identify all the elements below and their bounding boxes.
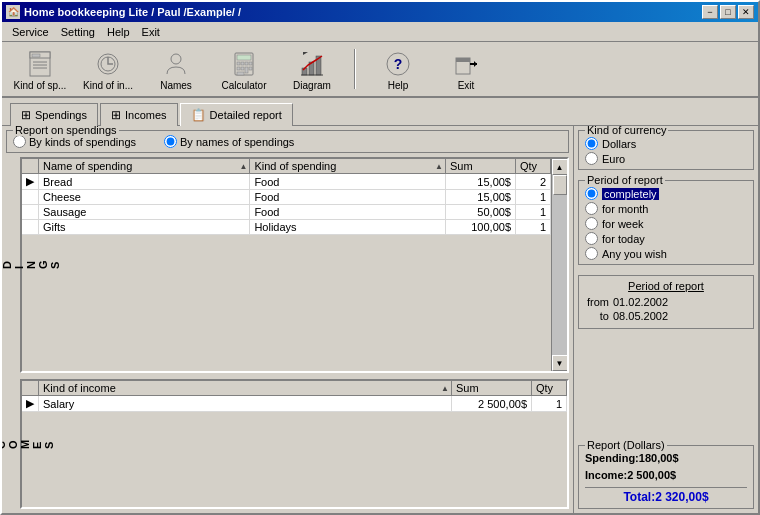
income-row-sum: 2 500,00$ <box>452 396 532 412</box>
table-row[interactable]: ▶ Salary 2 500,00$ 1 <box>22 396 567 412</box>
tab-incomes[interactable]: ⊞ Incomes <box>100 103 178 126</box>
currency-dollars-label: Dollars <box>602 138 636 150</box>
period-any-label: Any you wish <box>602 248 667 260</box>
spendings-table: Name of spending▲ Kind of spending▲ Sum … <box>22 159 551 235</box>
radio-by-kinds-input[interactable] <box>13 135 26 148</box>
row-name: Bread <box>39 174 250 190</box>
radio-by-kinds[interactable]: By kinds of spendings <box>13 135 136 148</box>
table-row[interactable]: Gifts Holidays 100,00$ 1 <box>22 220 551 235</box>
spendings-tab-icon: ⊞ <box>21 108 31 122</box>
toolbar-kind-in-button[interactable]: Kind of in... <box>78 46 138 93</box>
period-month-option[interactable]: for month <box>585 202 747 215</box>
period-month-radio[interactable] <box>585 202 598 215</box>
col-arrow-header <box>22 159 39 174</box>
table-row[interactable]: ▶ Bread Food 15,00$ 2 <box>22 174 551 190</box>
menu-service[interactable]: Service <box>6 24 55 40</box>
toolbar-kind-sp-button[interactable]: Kind of sp... <box>10 46 70 93</box>
close-button[interactable]: ✕ <box>738 5 754 19</box>
income-col-kind-header: Kind of income▲ <box>39 381 452 396</box>
toolbar-calculator-button[interactable]: Calculator <box>214 46 274 93</box>
scroll-down-arrow[interactable]: ▼ <box>552 355 568 371</box>
tab-spendings[interactable]: ⊞ Spendings <box>10 103 98 126</box>
period-completely-radio[interactable] <box>585 187 598 200</box>
period-today-radio[interactable] <box>585 232 598 245</box>
period-today-option[interactable]: for today <box>585 232 747 245</box>
svg-rect-11 <box>237 62 240 65</box>
period-completely-option[interactable]: completely <box>585 187 747 200</box>
table-row[interactable]: Cheese Food 15,00$ 1 <box>22 190 551 205</box>
toolbar-separator <box>354 49 356 89</box>
menu-exit[interactable]: Exit <box>136 24 166 40</box>
report-group-title: Report on spendings <box>13 126 119 136</box>
period-completely-label: completely <box>602 188 659 200</box>
row-qty: 2 <box>516 174 551 190</box>
kind-sp-icon <box>24 48 56 80</box>
income-col-qty-header: Qty <box>532 381 567 396</box>
row-arrow: ▶ <box>22 174 39 190</box>
minimize-button[interactable]: − <box>702 5 718 19</box>
total-value: 2 320,00$ <box>655 490 708 504</box>
exit-icon <box>450 48 482 80</box>
tab-bar: ⊞ Spendings ⊞ Incomes 📋 Detailed report <box>2 98 758 125</box>
radio-by-names[interactable]: By names of spendings <box>164 135 294 148</box>
col-name-header: Name of spending▲ <box>39 159 250 174</box>
total-label: Total: <box>623 490 655 504</box>
period-week-option[interactable]: for week <box>585 217 747 230</box>
spendings-tab-label: Spendings <box>35 109 87 121</box>
pendings-label: PENDINGS <box>6 157 20 373</box>
period-any-option[interactable]: Any you wish <box>585 247 747 260</box>
income-row-qty: 1 <box>532 396 567 412</box>
svg-rect-18 <box>249 67 252 70</box>
svg-rect-16 <box>245 67 248 73</box>
period-week-label: for week <box>602 218 644 230</box>
col-sum-header: Sum <box>446 159 516 174</box>
toolbar-names-button[interactable]: Names <box>146 46 206 93</box>
tab-detailed-report[interactable]: 📋 Detailed report <box>180 103 293 126</box>
radio-by-names-input[interactable] <box>164 135 177 148</box>
calculator-label: Calculator <box>221 80 266 91</box>
radio-by-kinds-label: By kinds of spendings <box>29 136 136 148</box>
svg-marker-30 <box>474 61 477 67</box>
title-bar: 🏠 Home bookkeeping Lite / Paul /Example/… <box>2 2 758 22</box>
currency-euro-option[interactable]: Euro <box>585 152 747 165</box>
scroll-thumb[interactable] <box>553 175 567 195</box>
svg-rect-12 <box>241 62 244 65</box>
toolbar-help-button[interactable]: ? Help <box>368 46 428 93</box>
scroll-track[interactable] <box>552 175 567 355</box>
toolbar-diagram-button[interactable]: Diagram <box>282 46 342 93</box>
currency-dollars-radio[interactable] <box>585 137 598 150</box>
detailed-report-tab-icon: 📋 <box>191 108 206 122</box>
row-kind: Food <box>250 190 446 205</box>
currency-euro-radio[interactable] <box>585 152 598 165</box>
toolbar: Kind of sp... Kind of in... Names <box>2 42 758 98</box>
scroll-up-arrow[interactable]: ▲ <box>552 159 568 175</box>
diagram-label: Diagram <box>293 80 331 91</box>
help-label: Help <box>388 80 409 91</box>
kind-in-icon <box>92 48 124 80</box>
incomes-tab-label: Incomes <box>125 109 167 121</box>
period-options-title: Period of report <box>585 174 665 186</box>
income-value: 2 500,00$ <box>627 469 676 481</box>
svg-rect-2 <box>32 54 40 57</box>
menu-help[interactable]: Help <box>101 24 136 40</box>
toolbar-exit-button[interactable]: Exit <box>436 46 496 93</box>
menu-setting[interactable]: Setting <box>55 24 101 40</box>
menu-bar: Service Setting Help Exit <box>2 22 758 42</box>
row-kind: Holidays <box>250 220 446 235</box>
names-icon <box>160 48 192 80</box>
report-options-group: Report on spendings By kinds of spending… <box>6 130 569 153</box>
period-week-radio[interactable] <box>585 217 598 230</box>
currency-group: Kind of currency Dollars Euro <box>578 130 754 170</box>
table-row[interactable]: Sausage Food 50,00$ 1 <box>22 205 551 220</box>
maximize-button[interactable]: □ <box>720 5 736 19</box>
exit-label: Exit <box>458 80 475 91</box>
row-arrow <box>22 205 39 220</box>
period-from-row: from 01.02.2002 <box>585 296 747 308</box>
row-name: Gifts <box>39 220 250 235</box>
left-panel: Report on spendings By kinds of spending… <box>2 126 573 513</box>
spendings-scrollbar[interactable]: ▲ ▼ <box>551 159 567 371</box>
currency-dollars-option[interactable]: Dollars <box>585 137 747 150</box>
svg-rect-15 <box>241 67 244 70</box>
period-any-radio[interactable] <box>585 247 598 260</box>
row-name: Sausage <box>39 205 250 220</box>
